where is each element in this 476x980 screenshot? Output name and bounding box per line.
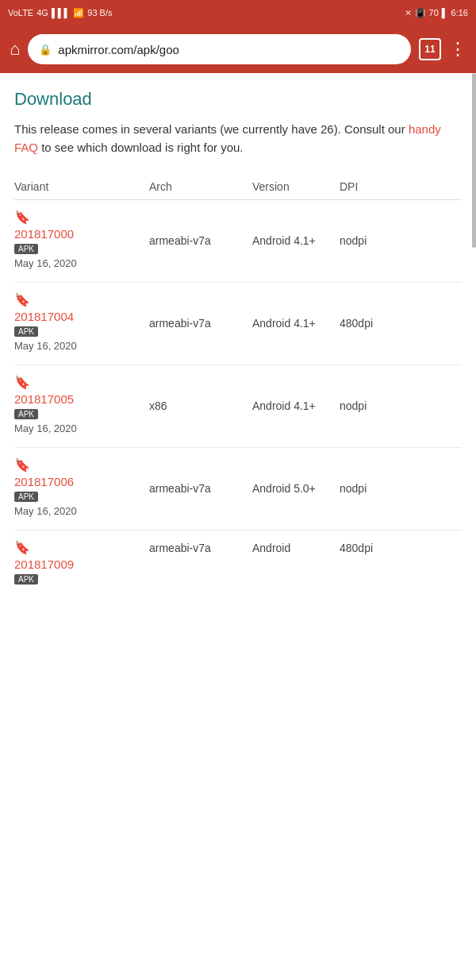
dpi-text: 480dpi (340, 542, 403, 554)
version-text: Android 4.1+ (252, 399, 340, 412)
header-dpi: DPI (340, 180, 403, 193)
header-arch: Arch (149, 180, 252, 193)
data-speed: 93 B/s (87, 8, 112, 17)
table-header: Variant Arch Version DPI (14, 174, 462, 200)
version-text: Android 4.1+ (252, 317, 340, 330)
date-text: May 16, 2020 (14, 257, 149, 271)
url-text: apkmirror.com/apk/goo (58, 43, 179, 56)
apk-badge: APK (14, 244, 38, 254)
variant-number-link[interactable]: 201817009 (14, 558, 149, 571)
browser-toolbar: ⌂ 🔒 apkmirror.com/apk/goo 11 ⋮ (0, 25, 476, 73)
variant-number-link[interactable]: 201817004 (14, 310, 149, 323)
status-left: VoLTE 4G ▌▌▌ 📶 93 B/s (8, 8, 112, 18)
arch-text: armeabi-v7a (149, 234, 252, 247)
status-right: ⨯ 📳 70 ▌ 6:16 (405, 8, 468, 18)
home-icon[interactable]: ⌂ (10, 39, 20, 60)
arch-text: x86 (149, 399, 252, 412)
variant-number-link[interactable]: 201817005 (14, 392, 149, 406)
bookmark-icon: 🔖 (14, 542, 149, 554)
dpi-text: nodpi (340, 234, 403, 247)
apk-badge: APK (14, 326, 38, 337)
intro-paragraph: This release comes in several variants (… (14, 121, 462, 156)
intro-text-end: to see which download is right for you. (38, 141, 243, 154)
signal-bars-icon: ▌▌▌ (52, 8, 70, 17)
bookmark-icon: 🔖 (14, 294, 149, 307)
dpi-text: 480dpi (340, 317, 403, 330)
url-bar[interactable]: 🔒 apkmirror.com/apk/goo (28, 34, 411, 64)
version-text: Android 4.1+ (252, 234, 340, 247)
variant-cell-2: 🔖 201817005 APK May 16, 2020 (14, 376, 149, 436)
date-text: May 16, 2020 (14, 340, 149, 353)
variant-cell-0: 🔖 201817000 APK May 16, 2020 (14, 211, 149, 271)
dpi-text: nodpi (340, 482, 403, 495)
arch-text: armeabi-v7a (149, 482, 252, 495)
table-row-partial: 🔖 201817009 APK armeabi-v7a Android 480d… (14, 531, 462, 596)
page-wrapper: Download This release comes in several v… (0, 73, 476, 612)
arch-text: armeabi-v7a (149, 542, 252, 554)
bookmark-icon: 🔖 (14, 211, 149, 224)
arch-text: armeabi-v7a (149, 317, 252, 330)
apk-badge: APK (14, 492, 38, 502)
table-row: 🔖 201817006 APK May 16, 2020 armeabi-v7a… (14, 448, 462, 531)
content-area: Download This release comes in several v… (0, 73, 476, 612)
time-label: 6:16 (451, 8, 468, 17)
variant-number-link[interactable]: 201817000 (14, 227, 149, 241)
variant-cell-1: 🔖 201817004 APK May 16, 2020 (14, 294, 149, 353)
apk-badge: APK (14, 409, 38, 419)
bookmark-icon: 🔖 (14, 376, 149, 389)
table-row: 🔖 201817004 APK May 16, 2020 armeabi-v7a… (14, 283, 462, 365)
dpi-text: nodpi (340, 399, 403, 412)
date-text: May 16, 2020 (14, 422, 149, 436)
section-title: Download (14, 89, 462, 110)
version-text: Android 5.0+ (252, 482, 340, 495)
date-text: May 16, 2020 (14, 505, 149, 519)
more-options-icon[interactable]: ⋮ (449, 39, 466, 60)
lock-icon: 🔒 (39, 44, 52, 56)
table-row: 🔖 201817005 APK May 16, 2020 x86 Android… (14, 365, 462, 448)
wifi-icon: 📶 (73, 8, 84, 18)
status-bar: VoLTE 4G ▌▌▌ 📶 93 B/s ⨯ 📳 70 ▌ 6:16 (0, 0, 476, 25)
header-version: Version (252, 180, 340, 193)
header-variant: Variant (14, 180, 149, 193)
variant-cell-4: 🔖 201817009 APK (14, 542, 149, 585)
table-row: 🔖 201817000 APK May 16, 2020 armeabi-v7a… (14, 200, 462, 283)
signal-4g: 4G (36, 8, 48, 17)
tab-count-button[interactable]: 11 (419, 38, 441, 60)
bluetooth-icon: ⨯ (405, 8, 412, 18)
battery-icon: ▌ (442, 8, 448, 17)
version-text: Android (252, 542, 340, 554)
variant-number-link[interactable]: 201817006 (14, 475, 149, 488)
carrier-label: VoLTE (8, 8, 33, 17)
intro-text-start: This release comes in several variants (… (14, 122, 409, 136)
bookmark-icon: 🔖 (14, 459, 149, 472)
vibrate-icon: 📳 (415, 8, 426, 18)
variant-cell-3: 🔖 201817006 APK May 16, 2020 (14, 459, 149, 519)
apk-badge: APK (14, 574, 38, 585)
battery-label: 70 (429, 8, 439, 17)
